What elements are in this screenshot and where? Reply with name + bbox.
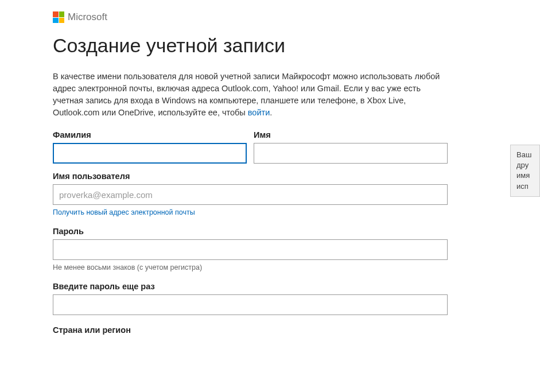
firstname-input[interactable] (254, 143, 448, 164)
password-confirm-input[interactable] (53, 294, 448, 315)
tooltip-line: Ваш (516, 150, 534, 160)
password-confirm-group: Введите пароль еще раз (53, 282, 448, 315)
tooltip-line: исп (516, 181, 534, 192)
tooltip-line: имя (516, 170, 534, 181)
page-title: Создание учетной записи (53, 34, 448, 57)
password-hint: Не менее восьми знаков (с учетом регистр… (53, 263, 448, 271)
username-label: Имя пользователя (53, 172, 448, 181)
password-input[interactable] (53, 239, 448, 260)
intro-text: В качестве имени пользователя для новой … (53, 71, 448, 119)
intro-body: В качестве имени пользователя для новой … (53, 72, 440, 117)
lastname-group: Фамилия (53, 130, 247, 164)
country-label: Страна или регион (53, 325, 448, 335)
brand-text: Microsoft (68, 11, 107, 23)
intro-after: . (270, 108, 272, 117)
username-group: Имя пользователя Получить новый адрес эл… (53, 172, 448, 216)
lastname-label: Фамилия (53, 130, 247, 139)
firstname-group: Имя (254, 130, 448, 164)
password-label: Пароль (53, 227, 448, 236)
username-input[interactable] (53, 184, 448, 205)
password-confirm-label: Введите пароль еще раз (53, 282, 448, 291)
tooltip-box: Ваш дру имя исп (510, 145, 540, 197)
tooltip-line: дру (516, 160, 534, 170)
password-group: Пароль Не менее восьми знаков (с учетом … (53, 227, 448, 271)
brand-row: Microsoft (53, 11, 448, 23)
firstname-label: Имя (254, 130, 448, 139)
sign-in-link[interactable]: войти (248, 108, 270, 117)
country-group: Страна или регион (53, 325, 448, 338)
get-new-email-link[interactable]: Получить новый адрес электронной почты (53, 208, 448, 216)
microsoft-logo-icon (53, 11, 64, 23)
lastname-input[interactable] (53, 143, 247, 164)
